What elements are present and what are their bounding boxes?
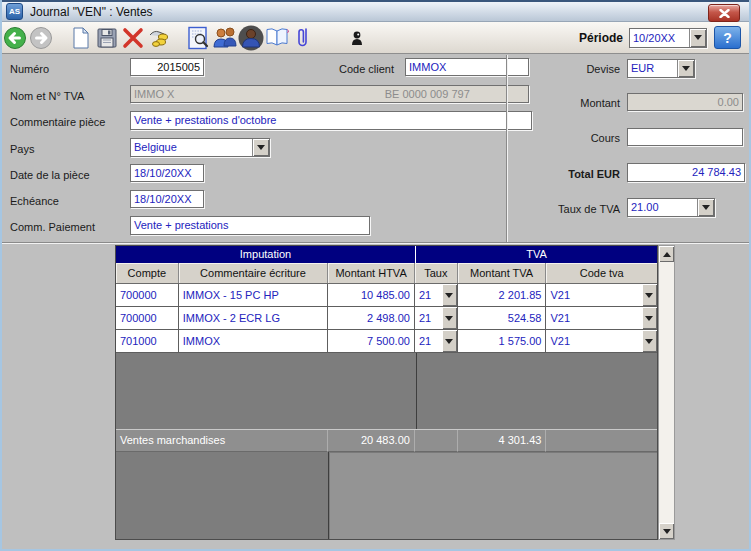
save-icon [96, 27, 118, 49]
cell-montant-htva[interactable]: 7 500.00 [328, 330, 415, 352]
col-header-code-tva[interactable]: Code tva [546, 263, 657, 283]
delete-icon [121, 26, 145, 50]
cell-commentaire[interactable]: IMMOX [179, 330, 328, 352]
chevron-down-icon[interactable] [442, 330, 457, 352]
back-icon [3, 26, 27, 50]
journal-book-button[interactable] [264, 25, 290, 51]
cell-commentaire[interactable]: IMMOX - 2 ECR LG [179, 307, 328, 329]
payment-button[interactable] [146, 25, 172, 51]
col-header-taux[interactable]: Taux [415, 263, 458, 283]
cell-compte[interactable]: 700000 [116, 284, 179, 306]
total-htva-value: 20 483.00 [328, 430, 415, 452]
attachment-button[interactable] [290, 25, 316, 51]
echeance-label: Echéance [10, 195, 59, 207]
taux-value: 21 [415, 308, 442, 329]
totals-label: Ventes marchandises [116, 430, 328, 452]
numero-field[interactable]: 2015005 [130, 58, 204, 76]
save-button[interactable] [94, 25, 120, 51]
cours-label: Cours [506, 132, 620, 144]
entries-grid: Imputation TVA Compte Commentaire écritu… [115, 245, 675, 540]
scroll-down-icon[interactable] [659, 523, 674, 539]
cell-montant-htva[interactable]: 10 485.00 [328, 284, 415, 306]
cell-taux-dropdown[interactable]: 21 [415, 284, 458, 306]
grid-empty-area [116, 353, 657, 429]
new-document-button[interactable] [68, 25, 94, 51]
close-icon [719, 9, 730, 18]
cell-taux-dropdown[interactable]: 21 [415, 330, 458, 352]
montant-label: Montant [506, 97, 620, 109]
chevron-down-icon[interactable] [689, 29, 706, 47]
numero-label: Numéro [10, 63, 49, 75]
cell-montant-tva[interactable]: 524.58 [458, 307, 547, 329]
col-header-compte[interactable]: Compte [116, 263, 179, 283]
contact-selected-button[interactable] [238, 25, 264, 51]
grid-scrollbar[interactable] [658, 245, 675, 540]
app-window: AS Journal "VEN" : Ventes [0, 0, 751, 551]
contact-small-button[interactable] [344, 25, 370, 51]
window-title: Journal "VEN" : Ventes [30, 5, 153, 19]
chevron-down-icon[interactable] [252, 139, 269, 156]
col-header-montant-tva[interactable]: Montant TVA [458, 263, 547, 283]
help-button[interactable]: ? [714, 26, 741, 49]
chevron-down-icon[interactable] [442, 307, 457, 329]
scroll-up-icon[interactable] [659, 246, 674, 262]
cell-montant-tva[interactable]: 2 201.85 [458, 284, 547, 306]
cell-code-tva-dropdown[interactable]: V21 [546, 284, 657, 306]
client-name-value: IMMO X [134, 86, 330, 102]
delete-button[interactable] [120, 25, 146, 51]
app-logo-icon: AS [6, 3, 23, 20]
back-button[interactable] [2, 25, 28, 51]
comm-paiement-field[interactable]: Vente + prestations [130, 216, 370, 235]
taux-value: 21 [415, 331, 442, 352]
cell-compte[interactable]: 700000 [116, 307, 179, 329]
group-header-imputation: Imputation [116, 246, 416, 263]
chevron-down-icon[interactable] [642, 284, 657, 306]
toolbar: Période 10/20XX ? [2, 22, 749, 54]
chevron-down-icon[interactable] [642, 330, 657, 352]
scrollbar-track[interactable] [659, 262, 674, 523]
grid-bottom-strip [116, 452, 657, 540]
cell-montant-htva[interactable]: 2 498.00 [328, 307, 415, 329]
close-button[interactable] [708, 4, 740, 22]
cell-compte[interactable]: 701000 [116, 330, 179, 352]
taux-tva-value: 21.00 [628, 199, 697, 216]
col-header-commentaire[interactable]: Commentaire écriture [179, 263, 328, 283]
cell-montant-tva[interactable]: 1 575.00 [458, 330, 547, 352]
devise-value: EUR [628, 60, 677, 77]
group-header-tva: TVA [416, 246, 657, 263]
chevron-down-icon[interactable] [642, 307, 657, 329]
chevron-down-icon[interactable] [677, 60, 694, 77]
title-bar: AS Journal "VEN" : Ventes [2, 0, 749, 22]
cell-taux-dropdown[interactable]: 21 [415, 307, 458, 329]
grid-totals-row: Ventes marchandises 20 483.00 4 301.43 [116, 429, 657, 452]
chevron-down-icon[interactable] [697, 199, 714, 216]
devise-combobox[interactable]: EUR [627, 59, 695, 78]
chevron-down-icon[interactable] [442, 284, 457, 306]
pays-combobox[interactable]: Belgique [130, 138, 270, 157]
taux-tva-combobox[interactable]: 21.00 [627, 198, 715, 217]
money-icon [147, 27, 171, 49]
section-divider [2, 242, 749, 244]
forward-button[interactable] [28, 25, 54, 51]
commentaire-piece-field[interactable]: Vente + prestations d'octobre [130, 111, 532, 130]
paperclip-icon [295, 26, 311, 50]
date-piece-field[interactable]: 18/10/20XX [130, 164, 204, 182]
pays-value: Belgique [131, 139, 252, 156]
search-document-icon [187, 26, 211, 50]
pays-label: Pays [10, 143, 34, 155]
cours-field[interactable] [627, 128, 743, 146]
col-header-montant-htva[interactable]: Montant HTVA [328, 263, 415, 283]
cell-commentaire[interactable]: IMMOX - 15 PC HP [179, 284, 328, 306]
cell-code-tva-dropdown[interactable]: V21 [546, 330, 657, 352]
vat-number-value: BE 0000 009 797 [330, 86, 526, 102]
total-eur-label: Total EUR [506, 168, 620, 180]
echeance-field[interactable]: 18/10/20XX [130, 190, 204, 208]
cell-code-tva-dropdown[interactable]: V21 [546, 307, 657, 329]
periode-value: 10/20XX [630, 29, 689, 47]
contacts-group-button[interactable] [212, 25, 238, 51]
total-taux-empty [415, 430, 458, 452]
periode-combobox[interactable]: 10/20XX [629, 28, 707, 48]
contact-small-icon [350, 30, 364, 46]
search-document-button[interactable] [186, 25, 212, 51]
periode-label: Période [579, 31, 623, 45]
